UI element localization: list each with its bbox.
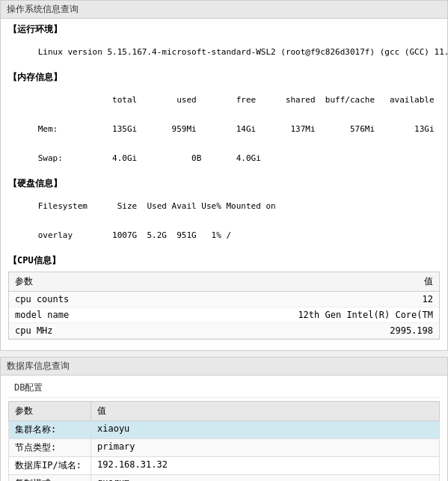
list-item: 复制模式:quorum: [9, 475, 440, 482]
disk-header: Filesystem Size Used Avail Use% Mounted …: [8, 192, 440, 221]
table-row: model name12th Gen Intel(R) Core(TM: [9, 307, 439, 323]
cpu-param-cell: cpu MHz: [9, 323, 142, 339]
db-param-cell: 复制模式:: [9, 475, 91, 482]
db-value-cell: xiaoyu: [91, 421, 440, 439]
table-row: cpu MHz2995.198: [9, 323, 439, 339]
cpu-table: 参数 值 cpu counts12model name12th Gen Inte…: [9, 272, 439, 339]
run-env-block: 【运行环境】 Linux version 5.15.167.4-microsof…: [8, 23, 440, 67]
run-env-content: Linux version 5.15.167.4-microsoft-stand…: [8, 37, 440, 67]
memory-mem-row: Mem: 135Gi 959Mi 14Gi 137Mi 576Mi 13Gi: [8, 114, 440, 144]
cpu-title: 【CPU信息】: [8, 254, 440, 267]
memory-title: 【内存信息】: [8, 71, 440, 84]
list-item: 数据库IP/域名:192.168.31.32: [9, 457, 440, 475]
db-param-cell: 数据库IP/域名:: [9, 457, 91, 475]
os-section-content: 【运行环境】 Linux version 5.15.167.4-microsof…: [0, 19, 448, 351]
db-param-cell: 集群名称:: [9, 421, 91, 439]
cpu-table-container: 参数 值 cpu counts12model name12th Gen Inte…: [8, 272, 440, 340]
cpu-param-cell: model name: [9, 307, 142, 323]
os-section-header: 操作系统信息查询: [0, 0, 448, 19]
db-config-table: 参数 值 集群名称:xiaoyu节点类型:primary数据库IP/域名:192…: [8, 401, 440, 481]
cpu-value-cell: 2995.198: [142, 323, 439, 339]
cpu-col-param: 参数: [9, 272, 142, 292]
memory-header: total used free shared buff/cache availa…: [8, 85, 440, 114]
db-value-cell: 192.168.31.32: [91, 457, 440, 475]
list-item: 集群名称:xiaoyu: [9, 421, 440, 439]
cpu-value-cell: 12: [142, 292, 439, 307]
db-section-content: DB配置 参数 值 集群名称:xiaoyu节点类型:primary数据库IP/域…: [0, 376, 448, 481]
db-value-cell: primary: [91, 439, 440, 457]
cpu-param-cell: cpu counts: [9, 292, 142, 307]
db-config-title: DB配置: [8, 379, 440, 398]
disk-block: 【硬盘信息】 Filesystem Size Used Avail Use% M…: [8, 177, 440, 250]
disk-title: 【硬盘信息】: [8, 177, 440, 190]
db-param-cell: 节点类型:: [9, 439, 91, 457]
list-item: 节点类型:primary: [9, 439, 440, 457]
cpu-block: 【CPU信息】: [8, 254, 440, 267]
db-value-cell: quorum: [91, 475, 440, 482]
memory-swap-row: Swap: 4.0Gi 0B 4.0Gi: [8, 144, 440, 173]
cpu-col-value: 值: [142, 272, 439, 292]
disk-row: overlay 1007G 5.2G 951G 1% /: [8, 221, 440, 250]
db-col-value: 值: [91, 402, 440, 421]
memory-block: 【内存信息】 total used free shared buff/cache…: [8, 71, 440, 173]
db-col-param: 参数: [9, 402, 91, 421]
cpu-value-cell: 12th Gen Intel(R) Core(TM: [142, 307, 439, 323]
run-env-title: 【运行环境】: [8, 23, 440, 36]
db-section-header: 数据库信息查询: [0, 357, 448, 376]
table-row: cpu counts12: [9, 292, 439, 307]
